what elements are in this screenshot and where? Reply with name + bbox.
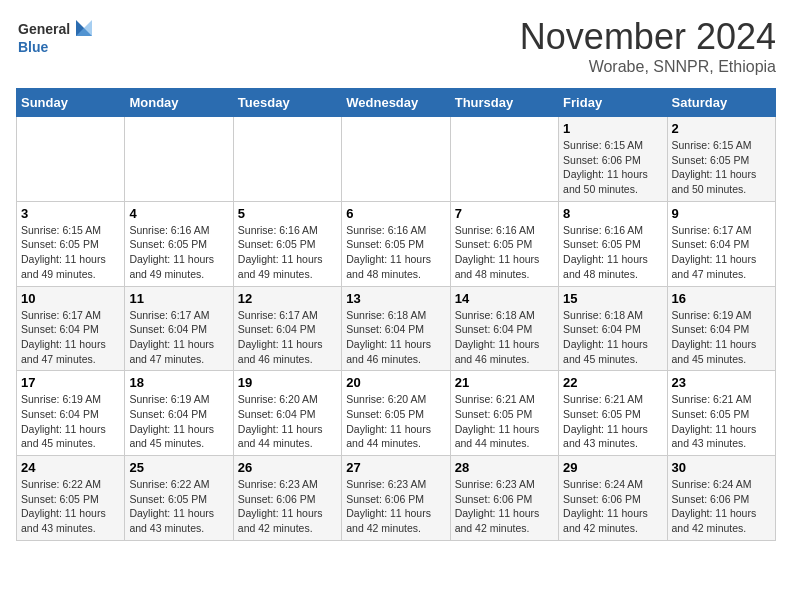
day-number: 30 [672,460,771,475]
day-cell: 5Sunrise: 6:16 AM Sunset: 6:05 PM Daylig… [233,201,341,286]
day-info: Sunrise: 6:16 AM Sunset: 6:05 PM Dayligh… [563,223,662,282]
day-cell: 12Sunrise: 6:17 AM Sunset: 6:04 PM Dayli… [233,286,341,371]
day-info: Sunrise: 6:20 AM Sunset: 6:04 PM Dayligh… [238,392,337,451]
day-info: Sunrise: 6:19 AM Sunset: 6:04 PM Dayligh… [21,392,120,451]
day-cell: 30Sunrise: 6:24 AM Sunset: 6:06 PM Dayli… [667,456,775,541]
day-info: Sunrise: 6:19 AM Sunset: 6:04 PM Dayligh… [672,308,771,367]
day-number: 3 [21,206,120,221]
day-cell: 3Sunrise: 6:15 AM Sunset: 6:05 PM Daylig… [17,201,125,286]
day-cell: 9Sunrise: 6:17 AM Sunset: 6:04 PM Daylig… [667,201,775,286]
day-number: 19 [238,375,337,390]
day-number: 21 [455,375,554,390]
weekday-header-friday: Friday [559,89,667,117]
day-number: 29 [563,460,662,475]
day-number: 18 [129,375,228,390]
day-number: 26 [238,460,337,475]
logo-icon: General Blue [16,16,96,64]
week-row-3: 10Sunrise: 6:17 AM Sunset: 6:04 PM Dayli… [17,286,776,371]
day-info: Sunrise: 6:18 AM Sunset: 6:04 PM Dayligh… [455,308,554,367]
day-number: 1 [563,121,662,136]
day-cell [233,117,341,202]
weekday-header-sunday: Sunday [17,89,125,117]
weekday-header-thursday: Thursday [450,89,558,117]
weekday-header-monday: Monday [125,89,233,117]
day-info: Sunrise: 6:21 AM Sunset: 6:05 PM Dayligh… [563,392,662,451]
week-row-5: 24Sunrise: 6:22 AM Sunset: 6:05 PM Dayli… [17,456,776,541]
day-number: 13 [346,291,445,306]
day-number: 24 [21,460,120,475]
day-number: 4 [129,206,228,221]
month-title: November 2024 [520,16,776,58]
location: Worabe, SNNPR, Ethiopia [520,58,776,76]
week-row-1: 1Sunrise: 6:15 AM Sunset: 6:06 PM Daylig… [17,117,776,202]
day-number: 5 [238,206,337,221]
day-info: Sunrise: 6:18 AM Sunset: 6:04 PM Dayligh… [563,308,662,367]
weekday-header-row: SundayMondayTuesdayWednesdayThursdayFrid… [17,89,776,117]
day-info: Sunrise: 6:15 AM Sunset: 6:06 PM Dayligh… [563,138,662,197]
day-info: Sunrise: 6:17 AM Sunset: 6:04 PM Dayligh… [21,308,120,367]
day-info: Sunrise: 6:17 AM Sunset: 6:04 PM Dayligh… [238,308,337,367]
svg-text:General: General [18,21,70,37]
day-cell: 20Sunrise: 6:20 AM Sunset: 6:05 PM Dayli… [342,371,450,456]
day-cell: 14Sunrise: 6:18 AM Sunset: 6:04 PM Dayli… [450,286,558,371]
day-cell: 25Sunrise: 6:22 AM Sunset: 6:05 PM Dayli… [125,456,233,541]
page-header: General Blue November 2024 Worabe, SNNPR… [16,16,776,76]
logo: General Blue [16,16,96,64]
day-info: Sunrise: 6:16 AM Sunset: 6:05 PM Dayligh… [455,223,554,282]
day-cell: 11Sunrise: 6:17 AM Sunset: 6:04 PM Dayli… [125,286,233,371]
day-info: Sunrise: 6:23 AM Sunset: 6:06 PM Dayligh… [346,477,445,536]
day-info: Sunrise: 6:23 AM Sunset: 6:06 PM Dayligh… [238,477,337,536]
day-info: Sunrise: 6:24 AM Sunset: 6:06 PM Dayligh… [672,477,771,536]
day-info: Sunrise: 6:17 AM Sunset: 6:04 PM Dayligh… [129,308,228,367]
day-number: 16 [672,291,771,306]
day-cell [342,117,450,202]
svg-text:Blue: Blue [18,39,49,55]
day-number: 23 [672,375,771,390]
day-cell: 19Sunrise: 6:20 AM Sunset: 6:04 PM Dayli… [233,371,341,456]
day-number: 15 [563,291,662,306]
day-info: Sunrise: 6:20 AM Sunset: 6:05 PM Dayligh… [346,392,445,451]
day-number: 22 [563,375,662,390]
day-cell: 27Sunrise: 6:23 AM Sunset: 6:06 PM Dayli… [342,456,450,541]
day-number: 27 [346,460,445,475]
day-cell: 16Sunrise: 6:19 AM Sunset: 6:04 PM Dayli… [667,286,775,371]
day-cell: 1Sunrise: 6:15 AM Sunset: 6:06 PM Daylig… [559,117,667,202]
weekday-header-wednesday: Wednesday [342,89,450,117]
day-cell: 28Sunrise: 6:23 AM Sunset: 6:06 PM Dayli… [450,456,558,541]
day-number: 12 [238,291,337,306]
day-cell: 23Sunrise: 6:21 AM Sunset: 6:05 PM Dayli… [667,371,775,456]
day-number: 2 [672,121,771,136]
day-cell: 18Sunrise: 6:19 AM Sunset: 6:04 PM Dayli… [125,371,233,456]
week-row-4: 17Sunrise: 6:19 AM Sunset: 6:04 PM Dayli… [17,371,776,456]
calendar-table: SundayMondayTuesdayWednesdayThursdayFrid… [16,88,776,541]
day-number: 25 [129,460,228,475]
day-number: 8 [563,206,662,221]
day-info: Sunrise: 6:22 AM Sunset: 6:05 PM Dayligh… [21,477,120,536]
day-cell: 10Sunrise: 6:17 AM Sunset: 6:04 PM Dayli… [17,286,125,371]
week-row-2: 3Sunrise: 6:15 AM Sunset: 6:05 PM Daylig… [17,201,776,286]
title-block: November 2024 Worabe, SNNPR, Ethiopia [520,16,776,76]
day-cell: 6Sunrise: 6:16 AM Sunset: 6:05 PM Daylig… [342,201,450,286]
day-cell: 29Sunrise: 6:24 AM Sunset: 6:06 PM Dayli… [559,456,667,541]
day-info: Sunrise: 6:16 AM Sunset: 6:05 PM Dayligh… [238,223,337,282]
day-cell: 26Sunrise: 6:23 AM Sunset: 6:06 PM Dayli… [233,456,341,541]
day-info: Sunrise: 6:18 AM Sunset: 6:04 PM Dayligh… [346,308,445,367]
day-cell: 2Sunrise: 6:15 AM Sunset: 6:05 PM Daylig… [667,117,775,202]
day-info: Sunrise: 6:17 AM Sunset: 6:04 PM Dayligh… [672,223,771,282]
day-cell: 15Sunrise: 6:18 AM Sunset: 6:04 PM Dayli… [559,286,667,371]
day-cell: 8Sunrise: 6:16 AM Sunset: 6:05 PM Daylig… [559,201,667,286]
day-info: Sunrise: 6:21 AM Sunset: 6:05 PM Dayligh… [672,392,771,451]
day-info: Sunrise: 6:15 AM Sunset: 6:05 PM Dayligh… [21,223,120,282]
day-info: Sunrise: 6:16 AM Sunset: 6:05 PM Dayligh… [346,223,445,282]
day-cell: 13Sunrise: 6:18 AM Sunset: 6:04 PM Dayli… [342,286,450,371]
weekday-header-saturday: Saturday [667,89,775,117]
day-info: Sunrise: 6:19 AM Sunset: 6:04 PM Dayligh… [129,392,228,451]
day-cell [450,117,558,202]
day-cell: 17Sunrise: 6:19 AM Sunset: 6:04 PM Dayli… [17,371,125,456]
day-info: Sunrise: 6:15 AM Sunset: 6:05 PM Dayligh… [672,138,771,197]
day-number: 9 [672,206,771,221]
day-cell [125,117,233,202]
day-cell [17,117,125,202]
day-number: 20 [346,375,445,390]
day-info: Sunrise: 6:23 AM Sunset: 6:06 PM Dayligh… [455,477,554,536]
